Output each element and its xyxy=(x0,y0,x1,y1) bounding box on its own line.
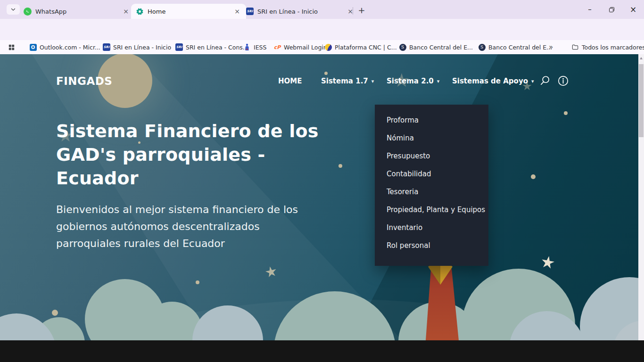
iess-emblem-icon xyxy=(243,43,251,51)
scrollbar-thumb[interactable] xyxy=(639,64,644,137)
title-line: Ecuador xyxy=(56,166,319,190)
os-taskbar: 1 xyxy=(0,340,644,362)
site-logo[interactable]: FINGADS xyxy=(56,75,112,87)
bookmark-label: Plataforma CNC | C... xyxy=(335,44,397,51)
bookmark-label: SRI en Línea - Inicio xyxy=(113,44,171,51)
star-dot xyxy=(531,174,536,179)
site-flower-icon xyxy=(136,8,144,16)
star-dot xyxy=(339,164,342,168)
tab-close-icon[interactable]: × xyxy=(233,7,241,16)
tab-close-icon[interactable]: × xyxy=(122,7,130,16)
nav-sistema-20[interactable]: Sistema 2.0 ▾ xyxy=(387,77,439,85)
menu-item-tesoreria[interactable]: Tesoreria xyxy=(375,183,488,201)
bookmark-label: Banco Central del E... xyxy=(488,44,552,51)
menu-item-rol-personal[interactable]: Rol personal xyxy=(375,237,488,255)
nav-label: Sistema 2.0 xyxy=(387,77,434,85)
nav-label: Sistema 1.7 xyxy=(321,77,368,85)
nav-label: HOME xyxy=(278,77,302,85)
bookmark-label: SRI en Línea - Cons... xyxy=(186,44,248,51)
scroll-up-arrow-icon[interactable] xyxy=(640,57,643,59)
restore-icon xyxy=(609,7,614,12)
all-bookmarks-button[interactable]: Todos los marcadores xyxy=(571,42,644,52)
subtitle-line: parroquiales rurales del Ecuador xyxy=(56,235,298,252)
tab-separator xyxy=(353,7,353,15)
sri-icon: SRI xyxy=(103,43,110,51)
search-icon[interactable] xyxy=(539,75,551,87)
bookmark-label: Banco Central del E... xyxy=(409,44,473,51)
tab-title: Home xyxy=(148,8,229,15)
tab-close-icon[interactable]: × xyxy=(346,7,355,16)
folder-icon xyxy=(571,43,579,51)
chevron-down-icon: ▾ xyxy=(372,79,374,84)
bookmark-label: Webmail Login xyxy=(284,44,327,51)
dropdown-menu-sistema-20: Proforma Nómina Presupuesto Contabilidad… xyxy=(375,105,488,266)
menu-item-nomina[interactable]: Nómina xyxy=(375,129,488,147)
tab-sri[interactable]: SRI SRI en Línea - Inicio × xyxy=(241,4,359,19)
star-dot xyxy=(196,280,199,284)
new-tab-button[interactable]: + xyxy=(356,5,367,15)
info-icon[interactable] xyxy=(557,75,570,87)
chevron-down-icon: ▾ xyxy=(437,79,440,84)
browser-window: WhatsApp × Home × SRI SRI en Línea - Ini… xyxy=(0,0,644,362)
outlook-icon: O xyxy=(29,43,37,51)
nav-label: Sistemas de Apoyo xyxy=(452,77,528,85)
tab-home[interactable]: Home × xyxy=(131,4,246,19)
banco-central-icon: S xyxy=(399,43,406,51)
bookmark-item-webmail[interactable]: cP Webmail Login xyxy=(273,42,327,52)
cnc-icon xyxy=(324,43,332,51)
menu-item-propiedad-planta-equipos[interactable]: Propiedad, Planta y Equipos xyxy=(375,201,488,219)
menu-item-contabilidad[interactable]: Contabilidad xyxy=(375,165,488,183)
bookmark-item-outlook[interactable]: O Outlook.com - Micr... xyxy=(29,42,100,52)
star-dot xyxy=(564,111,568,115)
title-line: GAD's parroquiales - xyxy=(56,143,319,166)
subtitle-line: Bienvenidos al mejor sistema financiero … xyxy=(56,201,298,218)
sri-icon: SRI xyxy=(246,8,254,15)
bookmark-item-sri-inicio[interactable]: SRI SRI en Línea - Inicio xyxy=(103,42,171,52)
menu-item-proforma[interactable]: Proforma xyxy=(375,111,488,129)
subtitle-line: gobiernos autónomos descentralizados xyxy=(56,218,298,235)
nav-sistema-17[interactable]: Sistema 1.7 ▾ xyxy=(321,77,374,85)
star-dot xyxy=(324,72,328,75)
chevron-down-icon xyxy=(10,7,16,12)
chevron-down-icon: ▾ xyxy=(531,79,534,84)
all-bookmarks-label: Todos los marcadores xyxy=(582,44,644,51)
bookmark-label: IESS xyxy=(254,44,266,51)
bookmark-item-banco-central-1[interactable]: S Banco Central del E... xyxy=(399,42,473,52)
whatsapp-icon xyxy=(24,8,32,16)
tab-strip: WhatsApp × Home × SRI SRI en Línea - Ini… xyxy=(0,0,644,19)
bookmarks-overflow-chevron[interactable]: » xyxy=(549,42,553,52)
star-dot xyxy=(52,310,58,316)
page-scrollbar[interactable] xyxy=(638,54,644,340)
sri-icon: SRI xyxy=(175,43,183,51)
bookmark-item-iess[interactable]: IESS xyxy=(243,42,266,52)
title-line: Sistema Financiero de los xyxy=(56,119,319,143)
cpanel-icon: cP xyxy=(273,43,281,51)
apps-grid-icon[interactable] xyxy=(8,42,16,52)
bookmark-item-cnc[interactable]: Plataforma CNC | C... xyxy=(324,42,397,52)
menu-item-presupuesto[interactable]: Presupuesto xyxy=(375,147,488,165)
minimize-button[interactable]: – xyxy=(579,0,601,19)
tab-title: SRI en Línea - Inicio xyxy=(257,8,342,15)
tab-title: WhatsApp xyxy=(35,8,118,15)
tab-search-button[interactable] xyxy=(7,4,20,15)
restore-button[interactable] xyxy=(601,0,622,19)
webpage-viewport: FINGADS HOME Sistema 1.7 ▾ Sistema 2.0 ▾… xyxy=(0,54,638,340)
bookmark-item-banco-central-2[interactable]: S Banco Central del E... xyxy=(478,42,552,52)
page-subtitle: Bienvenidos al mejor sistema financiero … xyxy=(56,201,298,252)
bookmark-label: Outlook.com - Micr... xyxy=(40,44,100,51)
close-window-button[interactable]: × xyxy=(622,0,644,19)
browser-toolbar: fingads.net GA ⋮ xyxy=(0,19,644,40)
bookmarks-bar: O Outlook.com - Micr... SRI SRI en Línea… xyxy=(0,40,644,54)
tab-whatsapp[interactable]: WhatsApp × xyxy=(19,4,135,19)
bookmark-item-sri-consultas[interactable]: SRI SRI en Línea - Cons... xyxy=(175,42,248,52)
page-title: Sistema Financiero de los GAD's parroqui… xyxy=(56,119,319,190)
window-controls: – × xyxy=(579,0,644,19)
nav-home[interactable]: HOME xyxy=(278,77,302,85)
banco-central-icon: S xyxy=(478,43,486,51)
nav-sistemas-apoyo[interactable]: Sistemas de Apoyo ▾ xyxy=(452,77,534,85)
menu-item-inventario[interactable]: Inventario xyxy=(375,219,488,237)
